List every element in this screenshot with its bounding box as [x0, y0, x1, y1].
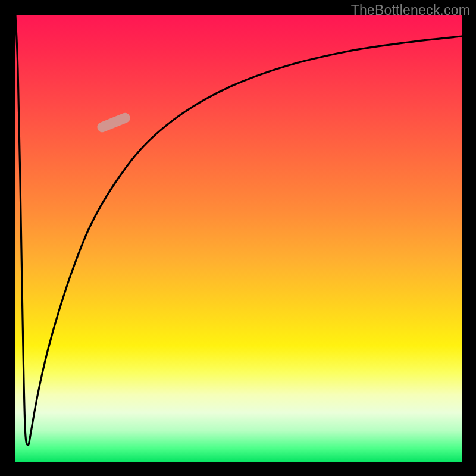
chart-stage: TheBottleneck.com — [0, 0, 476, 476]
bottleneck-curve — [15, 15, 462, 445]
curve-marker — [96, 111, 131, 133]
curve-layer — [15, 15, 462, 462]
watermark-text: TheBottleneck.com — [351, 2, 470, 18]
